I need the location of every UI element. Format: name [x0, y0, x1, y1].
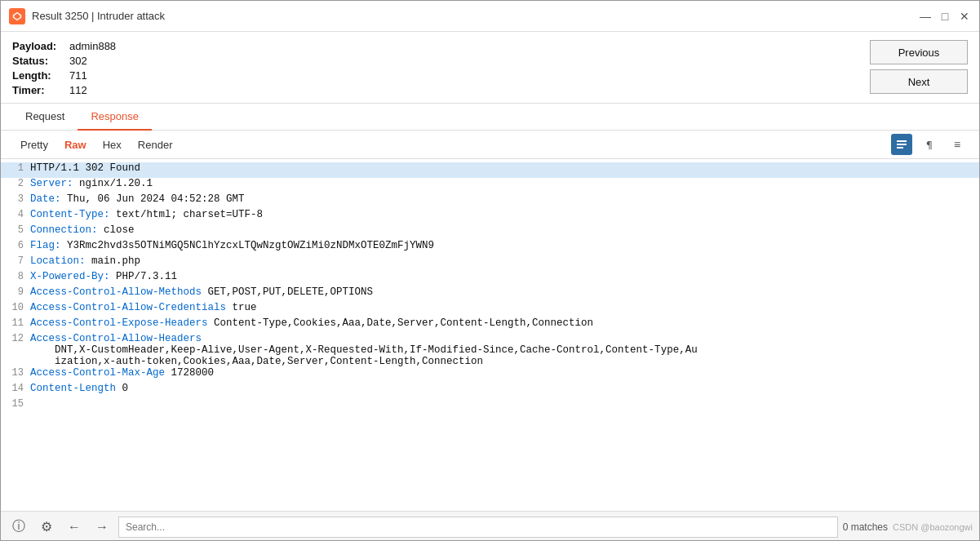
line-content: Connection: close [30, 224, 979, 240]
table-row: 15 [1, 398, 979, 414]
burp-icon [11, 11, 23, 22]
line-content: Content-Length 0 [30, 383, 979, 398]
bottom-bar: ⓘ ⚙ ← → 0 matches CSDN @baozongwi [1, 511, 979, 541]
toolbar-icons: ¶ ≡ [891, 134, 968, 155]
info-area: Payload: admin888 Status: 302 Length: 71… [1, 32, 979, 104]
search-input[interactable] [118, 517, 838, 538]
watermark: CSDN @baozongwi [893, 522, 973, 532]
subtabs-row: Pretty Raw Hex Render ¶ ≡ [1, 131, 979, 159]
timer-value: 112 [69, 84, 87, 96]
table-row: 6 Flag: Y3Rmc2hvd3s5OTNiMGQ5NClhYzcxLTQw… [1, 240, 979, 255]
timer-row: Timer: 112 [12, 84, 116, 96]
table-row: 1 HTTP/1.1 302 Found [1, 162, 979, 178]
line-number: 14 [1, 383, 30, 398]
line-number: 6 [1, 240, 30, 255]
subtab-render[interactable]: Render [130, 135, 181, 154]
line-content: Access-Control-Allow-Methods GET,POST,PU… [30, 286, 979, 302]
highlight-icon[interactable] [891, 134, 912, 155]
subtab-pretty[interactable]: Pretty [12, 135, 56, 154]
table-row: 13 Access-Control-Max-Age 1728000 [1, 367, 979, 383]
close-button[interactable]: ✕ [958, 10, 971, 23]
title-bar: Result 3250 | Intruder attack — □ ✕ [1, 1, 979, 32]
subtab-raw[interactable]: Raw [56, 135, 95, 154]
table-row: 7 Location: main.php [1, 255, 979, 271]
line-number: 1 [1, 162, 30, 178]
line-number: 7 [1, 255, 30, 271]
line-content: Access-Control-Allow-Headers DNT,X-Custo… [30, 333, 979, 367]
line-number: 10 [1, 302, 30, 317]
line-content: X-Powered-By: PHP/7.3.11 [30, 271, 979, 286]
line-number: 4 [1, 209, 30, 224]
line-content: Content-Type: text/html; charset=UTF-8 [30, 209, 979, 224]
next-button[interactable]: Next [870, 69, 968, 94]
line-number: 3 [1, 193, 30, 209]
line-number: 8 [1, 271, 30, 286]
window-controls: — □ ✕ [919, 10, 971, 23]
nav-buttons: Previous Next [870, 40, 968, 94]
newline-icon[interactable]: ¶ [919, 134, 940, 155]
line-content: Access-Control-Expose-Headers Content-Ty… [30, 317, 979, 333]
svg-rect-2 [897, 140, 907, 142]
length-row: Length: 711 [12, 69, 116, 82]
line-content: Access-Control-Allow-Credentials true [30, 302, 979, 317]
tabs-row: Request Response [1, 104, 979, 131]
payload-value: admin888 [69, 40, 116, 52]
line-number: 5 [1, 224, 30, 240]
response-content[interactable]: 1 HTTP/1.1 302 Found 2 Server: nginx/1.2… [1, 159, 979, 511]
match-count: 0 matches [843, 521, 888, 533]
timer-label: Timer: [12, 84, 69, 96]
previous-button[interactable]: Previous [870, 40, 968, 64]
svg-rect-4 [897, 147, 903, 149]
length-value: 711 [69, 69, 87, 82]
table-row: 12 Access-Control-Allow-Headers DNT,X-Cu… [1, 333, 979, 367]
line-number: 11 [1, 317, 30, 333]
table-row: 8 X-Powered-By: PHP/7.3.11 [1, 271, 979, 286]
line-number: 13 [1, 367, 30, 383]
table-row: 9 Access-Control-Allow-Methods GET,POST,… [1, 286, 979, 302]
status-row: Status: 302 [12, 55, 116, 67]
main-content: Payload: admin888 Status: 302 Length: 71… [1, 32, 979, 541]
table-row: 2 Server: nginx/1.20.1 [1, 178, 979, 193]
minimize-button[interactable]: — [919, 10, 932, 23]
payload-row: Payload: admin888 [12, 40, 116, 52]
line-number: 9 [1, 286, 30, 302]
table-row: 11 Access-Control-Expose-Headers Content… [1, 317, 979, 333]
table-row: 5 Connection: close [1, 224, 979, 240]
subtab-hex[interactable]: Hex [95, 135, 130, 154]
table-row: 3 Date: Thu, 06 Jun 2024 04:52:28 GMT [1, 193, 979, 209]
table-row: 10 Access-Control-Allow-Credentials true [1, 302, 979, 317]
tab-request[interactable]: Request [12, 104, 78, 131]
forward-button[interactable]: → [91, 516, 113, 539]
help-button[interactable]: ⓘ [7, 516, 30, 539]
info-labels: Payload: admin888 Status: 302 Length: 71… [12, 40, 116, 96]
line-content: Server: nginx/1.20.1 [30, 178, 979, 193]
settings-button[interactable]: ⚙ [35, 516, 58, 539]
line-content [30, 398, 979, 414]
line-content: HTTP/1.1 302 Found [30, 162, 979, 178]
table-row: 14 Content-Length 0 [1, 383, 979, 398]
back-button[interactable]: ← [63, 516, 86, 539]
payload-label: Payload: [12, 40, 69, 52]
line-number: 15 [1, 398, 30, 414]
line-number: 12 [1, 333, 30, 344]
svg-rect-3 [897, 144, 907, 145]
line-content: Date: Thu, 06 Jun 2024 04:52:28 GMT [30, 193, 979, 209]
line-content: Flag: Y3Rmc2hvd3s5OTNiMGQ5NClhYzcxLTQwNz… [30, 240, 979, 255]
tab-response[interactable]: Response [78, 104, 152, 131]
window-title: Result 3250 | Intruder attack [32, 10, 919, 22]
status-label: Status: [12, 55, 69, 67]
status-value: 302 [69, 55, 87, 67]
menu-icon[interactable]: ≡ [947, 134, 968, 155]
length-label: Length: [12, 69, 69, 82]
line-number: 2 [1, 178, 30, 193]
line-content: Location: main.php [30, 255, 979, 271]
app-icon [9, 8, 25, 24]
maximize-button[interactable]: □ [938, 10, 951, 23]
line-content: Access-Control-Max-Age 1728000 [30, 367, 979, 383]
table-row: 4 Content-Type: text/html; charset=UTF-8 [1, 209, 979, 224]
